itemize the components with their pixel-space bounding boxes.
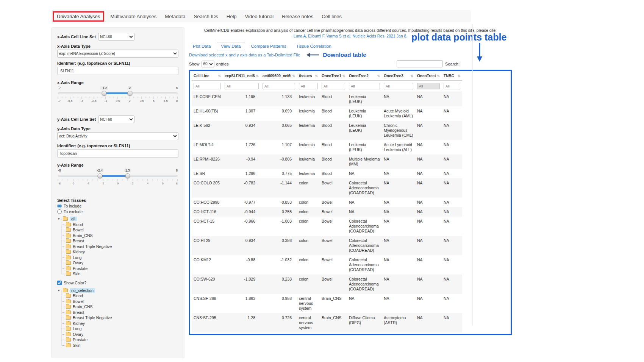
table-row[interactable]: CO:HT29-0.934-0.386colonBowelColorectal …	[192, 236, 462, 255]
tab-tissue-correlation[interactable]: Tissue Correlation	[292, 42, 335, 50]
entries-control: Show 60 entries	[189, 61, 229, 67]
column-header-oncotree1[interactable]: OncoTree1⇅	[320, 72, 347, 81]
table-row[interactable]: CO:HCT-15-0.966-1.003colonBowelColorecta…	[192, 217, 462, 236]
nav-tab-metadata[interactable]: Metadata	[161, 12, 189, 21]
tree-item-label: Blood	[73, 293, 83, 298]
filter-input-cell-line[interactable]	[194, 83, 221, 89]
table-row[interactable]: CO:KM12-0.88-1.032colonBowelColorectal A…	[192, 255, 462, 275]
column-header-oncotree2[interactable]: OncoTree2⇅	[347, 72, 382, 81]
y-cell-line-set-select[interactable]: NCI-60	[98, 115, 134, 123]
nav-tab-release-notes[interactable]: Release notes	[278, 12, 317, 21]
tree-node-brain-cns[interactable]: Brain_CNS	[66, 233, 178, 239]
filter-input-expslfn11-nci60[interactable]	[225, 83, 259, 89]
filter-input-oncotree2[interactable]	[349, 83, 380, 89]
table-row[interactable]: LE:K-562-0.9340.065leukemiaBloodLeukemia…	[192, 121, 462, 140]
slider-handle-low[interactable]	[102, 91, 107, 96]
table-row[interactable]: LE:CCRF-CEM1.1951.133leukemiaBloodLeukem…	[192, 92, 462, 107]
tree-item: Blood	[66, 222, 178, 228]
tree-node-bowel[interactable]: Bowel	[66, 227, 178, 233]
show-color-option-row[interactable]: Show Color?	[57, 281, 178, 285]
tab-compare-patterns[interactable]: Compare Patterns	[247, 42, 290, 50]
tree-node-ovary[interactable]: Ovary	[66, 260, 178, 266]
table-row[interactable]: LE:MOLT-41.7261.107leukemiaBloodLeukemia…	[192, 140, 462, 154]
y-range-slider[interactable]: -8-2.41.38-8-6-4-202468	[58, 169, 178, 188]
column-header-oncotree4[interactable]: OncoTree4⇅	[415, 72, 442, 81]
filter-input-tnbc[interactable]	[444, 83, 460, 89]
y-data-type-select[interactable]: act: Drug Activity	[57, 132, 178, 140]
x-cell-line-set-select[interactable]: NCI-60	[98, 33, 134, 41]
table-row[interactable]: CO:SW-620-1.0290.238colonBowelColorectal…	[192, 275, 462, 294]
tree-node-all[interactable]: ▾all	[58, 216, 178, 222]
exclude-option-row[interactable]: To exclude	[57, 209, 178, 214]
column-header-oncotree3[interactable]: OncoTree3⇅	[382, 72, 415, 81]
table-row[interactable]: LE:HL-60(TB)1.3070.699leukemiaBloodLeuke…	[192, 106, 462, 121]
tree-node-breast-triple-negative[interactable]: Breast Triple Negative	[66, 315, 178, 321]
tree-node-kidney[interactable]: Kidney	[66, 321, 178, 326]
tree-node-brain-cns[interactable]: Brain_CNS	[66, 304, 178, 310]
nav-tab-cell-lines[interactable]: Cell lines	[317, 12, 346, 21]
search-input[interactable]	[397, 60, 443, 67]
tree-item-label: Skin	[73, 343, 80, 348]
tree-node-skin[interactable]: Skin	[66, 343, 178, 348]
tree-item-label: Breast Triple Negative	[73, 244, 112, 249]
filter-input-tissues[interactable]	[299, 83, 318, 89]
tab-view-data[interactable]: View Data	[217, 42, 245, 50]
tree-node-bowel[interactable]: Bowel	[66, 299, 178, 304]
tree-node-breast[interactable]: Breast	[66, 310, 178, 315]
x-identifier-input[interactable]	[57, 67, 178, 75]
slider-handle-high[interactable]	[125, 173, 130, 178]
nav-tab-univariate-analyses[interactable]: Univariate Analyses	[53, 11, 104, 22]
exclude-radio[interactable]	[57, 209, 62, 214]
cell-oncotree4: NA	[415, 313, 442, 332]
cell-tnbc: NA	[442, 198, 462, 207]
nav-tab-video-tutorial[interactable]: Video tutorial	[241, 12, 278, 21]
tab-plot-data[interactable]: Plot Data	[189, 42, 214, 50]
tree-node-lung[interactable]: Lung	[66, 255, 178, 261]
filter-input-oncotree3[interactable]	[384, 83, 413, 89]
tree-node-prostate[interactable]: Prostate	[66, 337, 178, 343]
slider-handle-low[interactable]	[97, 173, 102, 178]
table-row[interactable]: LE:SR1.2960.775leukemiaBloodNANANANA	[192, 169, 462, 178]
table-row[interactable]: LE:RPMI-8226-0.94-0.806leukemiaBloodMult…	[192, 154, 462, 169]
slider-tick-label: 3.5	[140, 99, 144, 103]
entries-select[interactable]: 60	[202, 61, 214, 67]
tree-node-blood[interactable]: Blood	[66, 293, 178, 299]
include-option-row[interactable]: To include	[57, 204, 178, 208]
tree-node-breast[interactable]: Breast	[66, 238, 178, 244]
x-range-slider[interactable]: -7-1.228-7-5.5-4-2.5-10.523.556.58	[58, 86, 178, 106]
nav-tab-multivariate-analyses[interactable]: Multivariate Analyses	[106, 12, 161, 21]
column-header-cell-line[interactable]: Cell Line⇅	[192, 72, 223, 81]
tree-node-prostate[interactable]: Prostate	[66, 266, 178, 272]
x-data-type-select[interactable]: exp: mRNA Expression (Z-Score)	[57, 50, 178, 58]
column-header-expslfn11-nci60[interactable]: expSLFN11_nci60⇅	[223, 72, 261, 81]
tree-node-lung[interactable]: Lung	[66, 326, 178, 332]
column-header-tissues[interactable]: tissues⇅	[297, 72, 320, 81]
include-radio[interactable]	[57, 204, 62, 208]
entries-label: entries	[216, 62, 229, 66]
table-row[interactable]: CNS:SF-2681.8630.958central nervous syst…	[192, 294, 462, 313]
filter-input-oncotree4[interactable]	[417, 83, 440, 89]
filter-input-act609699-nci60[interactable]	[263, 83, 295, 89]
slider-handle-high[interactable]	[127, 91, 132, 96]
table-row[interactable]: CNS:SF-2951.280.726central nervous syste…	[192, 313, 462, 332]
tree-node-breast-triple-negative[interactable]: Breast Triple Negative	[66, 244, 178, 250]
download-link[interactable]: Download selected x and y axis data as a…	[189, 53, 300, 57]
tree-node-ovary[interactable]: Ovary	[66, 332, 178, 337]
folder-icon	[66, 300, 71, 303]
tree-node-no-selection[interactable]: ▾no_selection	[58, 288, 178, 293]
slider-tick-label: 6	[162, 182, 163, 185]
filter-input-oncotree1[interactable]	[322, 83, 345, 89]
tree-node-skin[interactable]: Skin	[66, 271, 178, 277]
column-header-act609699-nci60[interactable]: act609699_nci60⇅	[261, 72, 297, 81]
cell-tissues: central nervous system	[297, 294, 320, 313]
y-identifier-input[interactable]	[57, 149, 178, 158]
table-row[interactable]: CO:HCC-2998-0.977-0.853colonBowelNANANAN…	[192, 198, 462, 207]
nav-tab-search-ids[interactable]: Search IDs	[190, 12, 222, 21]
table-row[interactable]: CO:HCT-116-0.9440.255colonBowelNANANANA	[192, 207, 462, 217]
nav-tab-help[interactable]: Help	[222, 12, 241, 21]
show-color-checkbox[interactable]	[57, 281, 62, 285]
tree-node-blood[interactable]: Blood	[66, 222, 178, 228]
column-header-tnbc[interactable]: TNBC⇅	[442, 72, 462, 81]
tree-node-kidney[interactable]: Kidney	[66, 249, 178, 255]
table-row[interactable]: CO:COLO 205-0.782-1.144colonBowelColorec…	[192, 178, 462, 198]
